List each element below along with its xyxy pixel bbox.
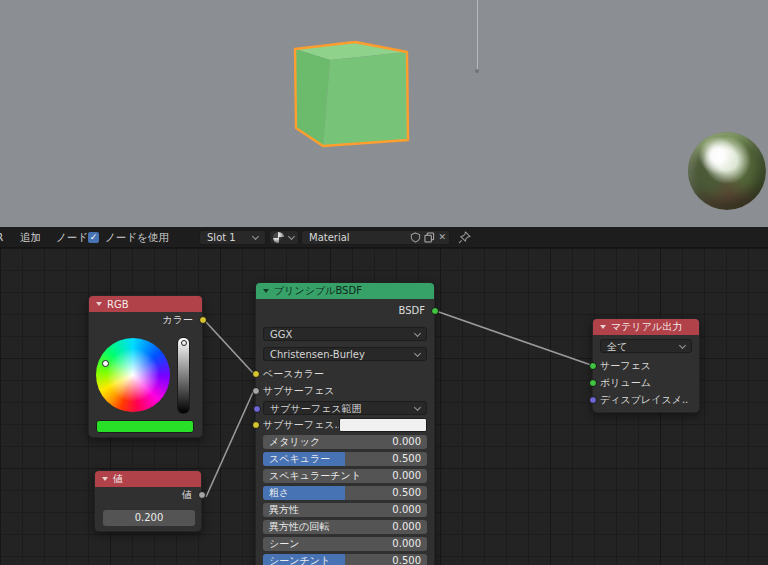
- distribution-dropdown[interactable]: GGX: [263, 327, 427, 341]
- bsdf-param-slider[interactable]: 粗さ0.500: [263, 486, 427, 500]
- output-inputs: サーフェスボリュームディスプレイスメ..: [593, 359, 699, 407]
- color-wheel-cursor[interactable]: [102, 360, 109, 367]
- output-input-row: ディスプレイスメ..: [600, 393, 692, 407]
- bsdf-output-label: BSDF: [399, 305, 425, 316]
- rgb-output-label: カラー: [163, 314, 193, 325]
- hdri-preview-sphere: [688, 132, 766, 210]
- output-target-value: 全て: [607, 341, 627, 352]
- output-target-dropdown[interactable]: 全て: [600, 339, 692, 353]
- node-rgb-header[interactable]: RGB: [89, 296, 202, 312]
- bsdf-param-color[interactable]: サブサーフェス..: [263, 418, 427, 432]
- light-object[interactable]: [477, 0, 478, 70]
- input-label: サブサーフェス範囲: [270, 403, 361, 414]
- slider-label: 異方性: [269, 503, 299, 517]
- subsurface-method-value: Christensen-Burley: [270, 349, 365, 360]
- light-object-origin: [475, 69, 479, 73]
- slider-label: 粗さ: [269, 486, 289, 500]
- slider-value: 0.500: [392, 486, 421, 500]
- fake-user-shield-icon[interactable]: [410, 232, 421, 243]
- socket-gray[interactable]: [252, 387, 260, 395]
- value-slider[interactable]: [177, 337, 190, 414]
- node-bsdf-title: プリンシプルBSDF: [274, 284, 362, 298]
- socket-green[interactable]: [431, 307, 439, 315]
- bsdf-param-plain: ベースカラー: [263, 367, 427, 381]
- material-name-field[interactable]: Material ✕: [301, 230, 450, 245]
- material-sphere-icon: [273, 232, 284, 243]
- value-number-field[interactable]: 0.200: [103, 510, 195, 526]
- input-label: サーフェス: [600, 360, 651, 371]
- bsdf-param-slider[interactable]: メタリック0.000: [263, 435, 427, 449]
- value-slider-cursor[interactable]: [181, 340, 187, 346]
- menu-add[interactable]: 追加: [20, 227, 41, 248]
- material-name-value: Material: [309, 232, 350, 243]
- socket-purple[interactable]: [253, 405, 261, 413]
- bsdf-param-slider[interactable]: スペキュラーチント0.000: [263, 469, 427, 483]
- node-material-output[interactable]: マテリアル出力 全て サーフェスボリュームディスプレイスメ..: [592, 318, 700, 413]
- socket-gray[interactable]: [198, 491, 206, 499]
- unlink-x-icon[interactable]: ✕: [438, 232, 446, 243]
- bsdf-param-slider[interactable]: 異方性の回転0.000: [263, 520, 427, 534]
- bsdf-param-slider[interactable]: シーン0.000: [263, 537, 427, 551]
- input-label: ベースカラー: [263, 368, 324, 379]
- socket-yellow[interactable]: [252, 370, 260, 378]
- bsdf-output-row: BSDF: [256, 303, 434, 319]
- rgb-color-swatch[interactable]: [96, 420, 194, 433]
- slider-value: 0.000: [392, 503, 421, 517]
- input-label: サブサーフェス..: [263, 419, 341, 430]
- bsdf-param-slider[interactable]: 異方性0.000: [263, 503, 427, 517]
- slider-label: シーンチント: [269, 554, 330, 565]
- distribution-value: GGX: [270, 329, 292, 340]
- socket-purple[interactable]: [589, 396, 597, 404]
- copy-icon[interactable]: [424, 232, 435, 243]
- slider-label: 異方性の回転: [269, 520, 329, 534]
- input-label: ディスプレイスメ..: [600, 394, 688, 405]
- slider-label: スペキュラー: [269, 452, 330, 466]
- node-rgb[interactable]: RGB カラー: [88, 295, 203, 438]
- subsurface-method-dropdown[interactable]: Christensen-Burley: [263, 347, 427, 361]
- collapse-triangle-icon[interactable]: [96, 302, 102, 306]
- slider-value: 0.500: [392, 452, 421, 466]
- bsdf-param-slider[interactable]: スペキュラー0.500: [263, 452, 427, 466]
- collapse-triangle-icon[interactable]: [263, 289, 269, 293]
- node-editor-canvas[interactable]: RGB カラー 値 値 0.200: [0, 248, 768, 565]
- slot-select[interactable]: Slot 1: [199, 230, 266, 245]
- chevron-down-icon: [252, 233, 259, 240]
- bsdf-param-dropdown[interactable]: サブサーフェス範囲: [263, 401, 427, 415]
- collapse-triangle-icon[interactable]: [600, 325, 606, 329]
- node-bsdf-header[interactable]: プリンシプルBSDF: [256, 283, 434, 299]
- pin-icon[interactable]: [458, 231, 471, 244]
- chevron-down-icon: [679, 342, 686, 349]
- socket-yellow[interactable]: [199, 316, 207, 324]
- input-label: ボリューム: [600, 377, 651, 388]
- collapse-triangle-icon[interactable]: [102, 477, 108, 481]
- slider-value: 0.000: [392, 469, 421, 483]
- bsdf-param-slider[interactable]: シーンチント0.500: [263, 554, 427, 565]
- chevron-down-icon: [414, 404, 421, 411]
- node-value[interactable]: 値 値 0.200: [94, 470, 202, 532]
- node-output-header[interactable]: マテリアル出力: [593, 319, 699, 335]
- socket-yellow[interactable]: [252, 421, 260, 429]
- node-value-header[interactable]: 値: [95, 471, 201, 487]
- socket-green[interactable]: [589, 362, 597, 370]
- socket-green[interactable]: [589, 379, 597, 387]
- cube-object[interactable]: [0, 0, 768, 227]
- node-principled-bsdf[interactable]: プリンシプルBSDF BSDF GGX Christensen-Burley ベ…: [255, 282, 435, 565]
- node-rgb-title: RGB: [107, 299, 129, 310]
- color-wheel[interactable]: [96, 338, 170, 412]
- material-browse-button[interactable]: [269, 230, 299, 245]
- clipped-menu-text: R: [0, 227, 3, 248]
- use-nodes-checkbox[interactable]: ✓: [88, 232, 99, 243]
- input-label: サブサーフェス: [263, 385, 334, 396]
- chevron-down-icon: [414, 350, 421, 357]
- slider-label: シーン: [269, 537, 299, 551]
- viewport-3d[interactable]: [0, 0, 768, 227]
- menu-node[interactable]: ノード: [56, 227, 88, 248]
- bsdf-param-plain: サブサーフェス: [263, 384, 427, 398]
- output-input-row: ボリューム: [600, 376, 692, 390]
- node-value-title: 値: [113, 472, 123, 486]
- value-output-row: 値: [95, 487, 201, 503]
- color-swatch[interactable]: [339, 418, 427, 432]
- node-link-wire: [436, 311, 591, 365]
- use-nodes-label: ノードを使用: [105, 227, 169, 248]
- slider-value: 0.000: [392, 537, 421, 551]
